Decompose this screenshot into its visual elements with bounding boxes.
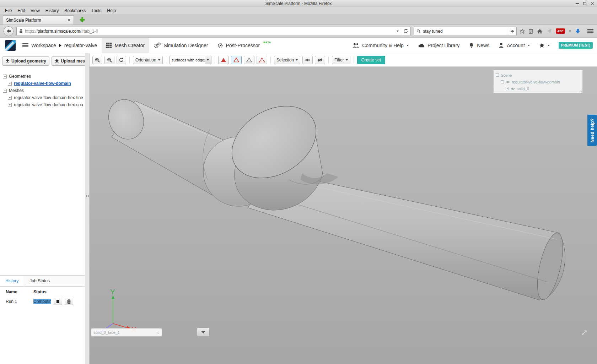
mesh-quality-solid-button[interactable] (218, 56, 229, 64)
expand-toggle-icon[interactable]: + (8, 103, 12, 107)
expand-toggle-icon[interactable]: + (8, 96, 12, 100)
tree-label[interactable]: regulator-valve-flow-domain-hex-coarse (14, 102, 83, 107)
menu-view[interactable]: View (28, 8, 43, 13)
browser-tab[interactable]: SimScale Platform (3, 15, 74, 25)
toolbar-divider (328, 56, 329, 64)
mesh-quality-gray-button[interactable] (244, 56, 254, 64)
menu-history[interactable]: History (43, 8, 61, 13)
url-text: https://platform.simscale.com/#tab_1-0 (25, 29, 98, 34)
tab-history[interactable]: History (0, 276, 24, 286)
tree-item-mesh-coarse[interactable]: + regulator-valve-flow-domain-hex-coarse (3, 101, 83, 108)
scene-node-label[interactable]: regulator-valve-flow-domain (512, 80, 560, 84)
stop-run-button[interactable] (54, 298, 62, 305)
collapse-toggle-icon[interactable]: − (496, 74, 499, 77)
menu-bookmarks[interactable]: Bookmarks (61, 8, 88, 13)
back-button[interactable] (4, 26, 14, 36)
trash-icon (67, 299, 71, 304)
tree-label-link[interactable]: regulator-valve-flow-domain (14, 81, 71, 86)
expand-viewport-icon[interactable] (581, 329, 588, 336)
menu-account[interactable]: Account (494, 38, 534, 53)
collapse-toggle-icon[interactable]: − (501, 80, 504, 83)
mesh-quality-outline-button[interactable] (231, 56, 242, 64)
scene-leaf-label[interactable]: solid_0 (517, 87, 529, 91)
select-arrow-button[interactable] (205, 56, 211, 64)
tree-label[interactable]: Meshes (9, 88, 24, 93)
send-icon[interactable] (547, 28, 552, 34)
upload-mesh-button[interactable]: Upload mesh (52, 56, 91, 66)
hide-button[interactable] (315, 56, 325, 64)
refresh-view-button[interactable] (117, 56, 126, 64)
bookmark-star-icon[interactable] (520, 29, 525, 34)
tree-item-geometries[interactable]: − Geometries (3, 73, 83, 80)
panel-splitter[interactable] (85, 53, 90, 364)
menu-community-help[interactable]: Community & Help (348, 38, 413, 53)
selection-dropdown[interactable]: Selection (274, 56, 300, 64)
tab-close-icon[interactable] (68, 18, 71, 22)
tab-job-status[interactable]: Job Status (24, 276, 55, 286)
tab-simulation-designer[interactable]: Simulation Designer (149, 38, 213, 53)
search-go-button[interactable] (508, 27, 516, 36)
workspace-breadcrumb[interactable]: Workspace regulator-valve (18, 38, 102, 53)
scene-leaf-row[interactable]: + solid_0 (496, 85, 580, 92)
toolbar-divider (129, 56, 130, 64)
url-dropdown-icon[interactable] (397, 31, 399, 32)
scene-root-label[interactable]: Scene (501, 73, 512, 77)
maximize-icon[interactable] (583, 2, 586, 5)
zoom-out-button[interactable] (104, 56, 114, 64)
scene-node-row[interactable]: − regulator-valve-flow-domain (496, 78, 580, 85)
eye-icon[interactable] (506, 81, 510, 83)
tree-item-meshes[interactable]: − Meshes (3, 87, 83, 94)
tree-item-mesh-fine[interactable]: + regulator-valve-flow-domain-hex-fine (3, 94, 83, 101)
bookmarks-list-icon[interactable] (529, 29, 533, 34)
job-table-row[interactable]: Run 1 Computing (0, 297, 85, 306)
collapse-panel-button[interactable] (197, 327, 210, 337)
menu-help[interactable]: Help (104, 8, 119, 13)
create-set-button[interactable]: Create set (357, 56, 385, 64)
expand-toggle-icon[interactable]: + (8, 82, 12, 86)
adblock-badge[interactable]: ABP (556, 28, 565, 34)
download-icon[interactable] (575, 28, 581, 34)
scene-root-row[interactable]: − Scene (496, 72, 580, 78)
selection-name-field[interactable]: solid_0_face_1 (91, 328, 162, 337)
search-bar[interactable]: stay tuned (414, 27, 517, 36)
tree-label[interactable]: regulator-valve-flow-domain-hex-fine (14, 95, 83, 100)
collapse-toggle-icon[interactable]: − (3, 75, 7, 78)
menu-favorites[interactable] (534, 38, 554, 53)
sidebar-buttons: Upload geometry Upload mesh (0, 53, 85, 68)
expand-toggle-icon[interactable]: + (506, 87, 509, 90)
upload-geometry-button[interactable]: Upload geometry (2, 56, 49, 66)
show-button[interactable] (302, 56, 313, 64)
menu-tools[interactable]: Tools (88, 8, 104, 13)
render-mode-select[interactable]: surfaces with edges (170, 56, 211, 64)
delete-run-button[interactable] (65, 298, 73, 305)
tab-mesh-creator[interactable]: Mesh Creator (102, 38, 149, 53)
resize-corner-icon[interactable] (579, 89, 582, 93)
menu-project-library[interactable]: Project Library (413, 38, 464, 53)
tab-post-processor[interactable]: Post-Processor BETA (213, 38, 276, 53)
url-bar[interactable]: https://platform.simscale.com/#tab_1-0 (16, 27, 411, 36)
menu-file[interactable]: File (2, 8, 15, 13)
minimize-icon[interactable] (576, 3, 579, 4)
eye-icon[interactable] (511, 87, 515, 90)
toolbar-divider (215, 56, 215, 64)
viewer-column: Orientation surfaces with edges Selectio… (90, 53, 597, 364)
menu-edit[interactable]: Edit (15, 8, 28, 13)
new-tab-button[interactable] (78, 16, 86, 23)
need-help-tab[interactable]: Need help? (587, 115, 597, 146)
close-window-icon[interactable] (591, 2, 594, 5)
viewport-3d[interactable]: − Scene − regulator-valve-flow-domain + … (90, 67, 597, 364)
zoom-in-button[interactable] (92, 56, 102, 64)
simscale-logo[interactable] (5, 40, 16, 51)
home-icon[interactable] (537, 29, 543, 34)
collapse-toggle-icon[interactable]: − (3, 89, 7, 93)
splitter-grip-icon[interactable] (86, 195, 89, 197)
adblock-caret-icon[interactable] (569, 31, 571, 32)
tree-item-geometry[interactable]: + regulator-valve-flow-domain (3, 80, 83, 87)
hamburger-menu-icon[interactable] (587, 29, 593, 33)
mesh-quality-vertices-button[interactable] (257, 56, 267, 64)
filter-dropdown[interactable]: Filter (332, 56, 350, 64)
reload-icon[interactable] (403, 29, 408, 33)
tree-label[interactable]: Geometries (9, 74, 31, 79)
menu-news[interactable]: News (464, 38, 494, 53)
orientation-dropdown[interactable]: Orientation (133, 56, 163, 64)
